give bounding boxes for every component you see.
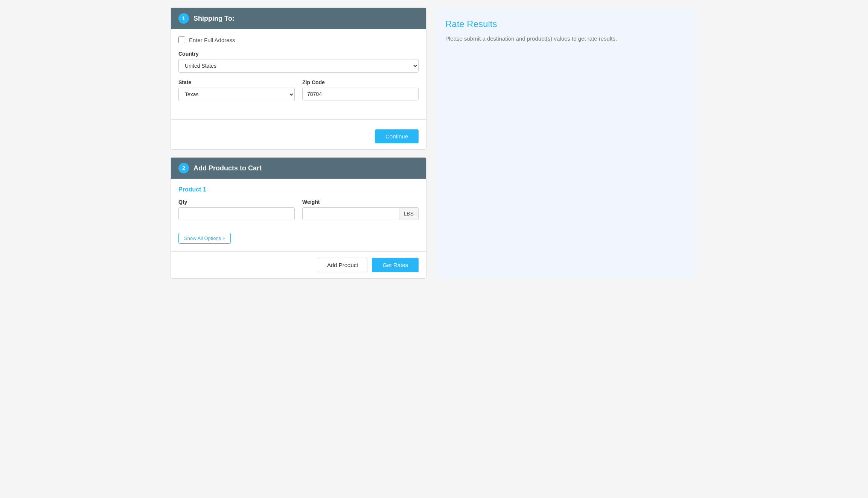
rate-results-panel: Rate Results Please submit a destination…: [434, 8, 697, 279]
state-select[interactable]: AlabamaAlaskaArizona ArkansasCaliforniaC…: [178, 88, 295, 101]
zip-input[interactable]: [302, 88, 419, 100]
zip-field-group: Zip Code: [302, 79, 419, 101]
get-rates-button[interactable]: Get Rates: [372, 258, 419, 272]
weight-label: Weight: [302, 199, 419, 205]
state-label: State: [178, 79, 295, 85]
shipping-body: Enter Full Address Country United States…: [171, 29, 426, 115]
products-footer: Add Product Get Rates: [171, 251, 426, 278]
rate-results-description: Please submit a destination and product(…: [445, 35, 686, 42]
full-address-label: Enter Full Address: [189, 37, 235, 43]
weight-field-group: Weight LBS: [302, 199, 419, 220]
products-header: 2 Add Products to Cart: [171, 158, 426, 179]
products-section: 2 Add Products to Cart Product 1 Qty Wei…: [171, 157, 426, 279]
page-layout: 1 Shipping To: Enter Full Address Countr…: [171, 8, 697, 279]
country-select[interactable]: United States Canada Mexico United Kingd…: [178, 59, 419, 73]
step-2-badge: 2: [178, 163, 189, 173]
products-title: Add Products to Cart: [193, 164, 262, 172]
step-1-badge: 1: [178, 13, 189, 24]
shipping-divider: [171, 119, 426, 120]
qty-field-group: Qty: [178, 199, 295, 220]
continue-button[interactable]: Continue: [375, 129, 419, 143]
weight-input-group: LBS: [302, 207, 419, 220]
shipping-title: Shipping To:: [193, 15, 235, 23]
country-label: Country: [178, 51, 419, 57]
full-address-row: Enter Full Address: [178, 36, 419, 43]
qty-weight-row: Qty Weight LBS: [178, 199, 419, 227]
product1-title: Product 1: [178, 186, 419, 193]
weight-input[interactable]: [302, 207, 399, 220]
state-zip-row: State AlabamaAlaskaArizona ArkansasCalif…: [178, 79, 419, 108]
zip-label: Zip Code: [302, 79, 419, 85]
qty-label: Qty: [178, 199, 295, 205]
weight-unit-label: LBS: [399, 207, 419, 220]
shipping-footer: Continue: [171, 123, 426, 149]
state-field-group: State AlabamaAlaskaArizona ArkansasCalif…: [178, 79, 295, 101]
products-body: Product 1 Qty Weight LBS Show All Op: [171, 179, 426, 251]
left-panel: 1 Shipping To: Enter Full Address Countr…: [171, 8, 426, 279]
add-product-button[interactable]: Add Product: [318, 258, 368, 272]
country-field-group: Country United States Canada Mexico Unit…: [178, 51, 419, 73]
rate-results-title: Rate Results: [445, 19, 686, 29]
shipping-section: 1 Shipping To: Enter Full Address Countr…: [171, 8, 426, 150]
show-options-button[interactable]: Show All Options +: [178, 233, 231, 244]
shipping-header: 1 Shipping To:: [171, 8, 426, 29]
qty-input[interactable]: [178, 207, 295, 220]
full-address-checkbox[interactable]: [178, 36, 185, 43]
